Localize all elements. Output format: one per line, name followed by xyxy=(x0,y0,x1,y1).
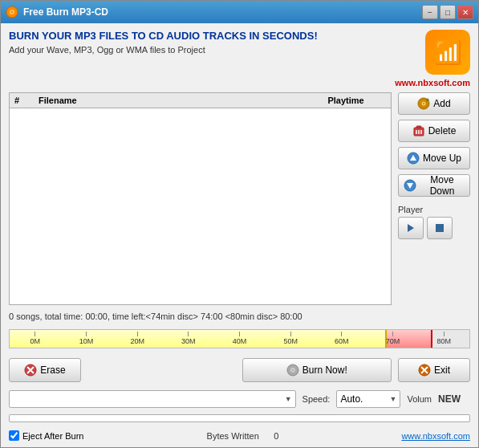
exit-label: Exit xyxy=(434,365,450,376)
exit-icon xyxy=(418,364,431,377)
ruler-tick xyxy=(35,332,35,336)
add-icon: + xyxy=(417,97,430,110)
ruler: 0M 10M 20M 30M xyxy=(9,329,470,348)
minimize-button[interactable]: − xyxy=(422,5,438,19)
ruler-tick xyxy=(137,332,138,336)
app-icon xyxy=(6,6,18,18)
erase-label: Erase xyxy=(40,365,65,376)
header-website: www.nbxsoft.com xyxy=(395,78,470,88)
header-subtitle: Add your Wave, MP3, Ogg or WMA files to … xyxy=(9,45,387,55)
col-header-playtime: Playtime xyxy=(306,96,386,105)
delete-label: Delete xyxy=(428,125,457,136)
drive-dropdown[interactable]: ▼ xyxy=(9,390,296,408)
ruler-tick xyxy=(188,332,189,336)
status-bar: 0 songs, total time: 00:00, time left:<7… xyxy=(9,310,470,323)
progress-bar-container xyxy=(9,414,470,422)
svg-marker-16 xyxy=(408,224,414,232)
content-area: BURN YOUR MP3 FILES TO CD AUDIO TRACKS I… xyxy=(1,23,478,447)
ruler-mark-20m: 20M xyxy=(112,332,163,345)
ruler-mark-60m: 60M xyxy=(316,332,367,345)
move-up-icon xyxy=(407,152,420,165)
add-button[interactable]: + Add xyxy=(398,92,470,115)
header-section: BURN YOUR MP3 FILES TO CD AUDIO TRACKS I… xyxy=(9,30,470,88)
erase-button[interactable]: Erase xyxy=(9,358,81,382)
ruler-mark-0m: 0M xyxy=(10,332,61,345)
file-list-header: # Filename Playtime xyxy=(10,93,391,108)
speed-label: Speed: xyxy=(302,394,331,404)
bytes-label: Bytes Written xyxy=(207,431,259,441)
title-controls: − □ ✕ xyxy=(422,5,473,19)
close-button[interactable]: ✕ xyxy=(457,5,473,19)
delete-icon xyxy=(412,124,425,137)
ruler-tick xyxy=(290,332,291,336)
add-label: Add xyxy=(433,98,450,109)
ruler-tick xyxy=(341,332,342,336)
erase-icon xyxy=(24,364,37,377)
svg-text:+: + xyxy=(426,97,429,103)
ruler-mark-40m: 40M xyxy=(214,332,266,345)
logo-area: 📶 www.nbxsoft.com xyxy=(395,30,470,88)
speed-dropdown-arrow: ▼ xyxy=(390,395,397,403)
title-bar-left: Free Burn MP3-CD xyxy=(6,6,108,18)
ruler-mark-30m: 30M xyxy=(163,332,214,345)
main-area: # Filename Playtime + xyxy=(9,92,470,305)
svg-rect-8 xyxy=(416,126,421,128)
title-bar: Free Burn MP3-CD − □ ✕ xyxy=(1,1,478,23)
status-text: 0 songs, total time: 00:00, time left:<7… xyxy=(9,312,302,321)
header-text: BURN YOUR MP3 FILES TO CD AUDIO TRACKS I… xyxy=(9,30,387,55)
ruler-mark-10m: 10M xyxy=(61,332,112,345)
bytes-info: Bytes Written 0 xyxy=(207,431,279,441)
main-window: Free Burn MP3-CD − □ ✕ BURN YOUR MP3 FIL… xyxy=(0,0,479,448)
stop-button[interactable] xyxy=(427,217,453,239)
progress-section: 0M 10M 20M 30M xyxy=(9,329,470,348)
burn-now-button[interactable]: Burn Now! xyxy=(242,358,392,382)
app-logo: 📶 xyxy=(425,30,470,75)
drive-dropdown-arrow: ▼ xyxy=(285,395,292,403)
window-title: Free Burn MP3-CD xyxy=(23,6,108,18)
svg-point-23 xyxy=(292,369,294,371)
move-down-button[interactable]: Move Down xyxy=(398,174,470,197)
bottom-buttons: Erase Burn Now! Exit xyxy=(9,358,470,382)
volume-label: Volum xyxy=(407,394,432,404)
ruler-mark-80m: 80M xyxy=(418,332,469,345)
move-up-button[interactable]: Move Up xyxy=(398,147,470,169)
footer-website-link[interactable]: www.nbxsoft.com xyxy=(401,431,470,441)
ruler-tick xyxy=(239,332,240,336)
player-label: Player xyxy=(398,205,470,214)
svg-rect-17 xyxy=(436,224,444,232)
svg-point-5 xyxy=(423,103,424,104)
ruler-mark-50m: 50M xyxy=(265,332,316,345)
speed-dropdown[interactable]: Auto. ▼ xyxy=(336,390,400,408)
col-header-num: # xyxy=(14,96,39,105)
player-controls xyxy=(398,217,470,239)
eject-label: Eject After Burn xyxy=(22,431,83,441)
ruler-tick xyxy=(444,332,444,336)
ruler-tick xyxy=(86,332,87,336)
ruler-mark-70m: 70M xyxy=(367,332,419,345)
burn-now-label: Burn Now! xyxy=(302,365,347,376)
eject-checkbox[interactable] xyxy=(9,430,19,441)
file-list-container: # Filename Playtime xyxy=(9,92,392,305)
burn-icon xyxy=(286,364,299,377)
delete-button[interactable]: Delete xyxy=(398,120,470,142)
file-list-body[interactable] xyxy=(10,108,391,304)
move-down-label: Move Down xyxy=(420,174,465,197)
play-button[interactable] xyxy=(398,217,424,239)
header-title: BURN YOUR MP3 FILES TO CD AUDIO TRACKS I… xyxy=(9,30,387,43)
footer-row: Eject After Burn Bytes Written 0 www.nbx… xyxy=(9,430,470,441)
move-down-icon xyxy=(404,179,416,192)
move-up-label: Move Up xyxy=(423,153,461,164)
exit-button[interactable]: Exit xyxy=(398,358,470,382)
svg-point-2 xyxy=(11,11,14,14)
speed-value: Auto. xyxy=(340,393,363,405)
buttons-panel: + Add Delete xyxy=(398,92,470,305)
volume-value: NEW xyxy=(438,393,470,405)
eject-check: Eject After Burn xyxy=(9,430,83,441)
maximize-button[interactable]: □ xyxy=(440,5,456,19)
bytes-value: 0 xyxy=(274,431,278,441)
options-row: ▼ Speed: Auto. ▼ Volum NEW xyxy=(9,390,470,408)
ruler-tick xyxy=(392,332,393,336)
wifi-icon: 📶 xyxy=(434,39,462,66)
ruler-marks: 0M 10M 20M 30M xyxy=(10,330,469,348)
col-header-filename: Filename xyxy=(39,96,306,105)
